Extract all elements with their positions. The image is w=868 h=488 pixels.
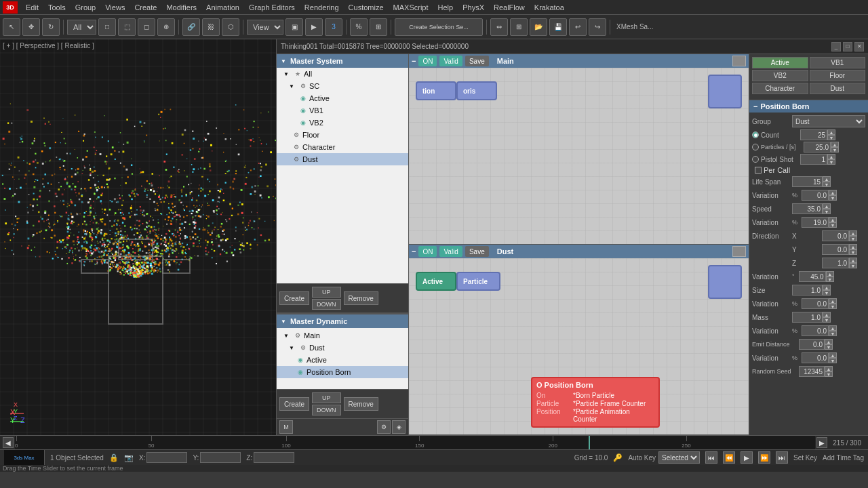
particles-spin-down[interactable]: ▼: [831, 147, 839, 152]
play-last-btn[interactable]: ⏭: [776, 451, 788, 464]
md-down-btn[interactable]: DOWN: [312, 405, 341, 415]
mass-var-input[interactable]: [802, 325, 829, 336]
group-select[interactable]: Dust Main Floor: [792, 115, 865, 127]
minimize-btn[interactable]: _: [831, 42, 841, 52]
dir-var-down[interactable]: ▼: [826, 277, 834, 282]
play-next-btn[interactable]: ⏩: [758, 451, 770, 464]
dir-z-input[interactable]: [822, 258, 849, 268]
main-on-btn[interactable]: ON: [418, 56, 437, 66]
autokey-select[interactable]: Selected: [658, 451, 700, 464]
dir-x-input[interactable]: [822, 230, 849, 241]
pistol-input[interactable]: [800, 154, 827, 165]
dust-particle-node[interactable]: Particle: [456, 272, 500, 291]
menu-realflow[interactable]: RealFlow: [490, 2, 529, 13]
tree-vb1[interactable]: ◉ VB1: [277, 104, 408, 117]
main-valid-btn[interactable]: Valid: [439, 56, 462, 66]
tree-vb2[interactable]: ◉ VB2: [277, 117, 408, 129]
menu-animation[interactable]: Animation: [202, 2, 243, 13]
md-remove-btn[interactable]: Remove: [344, 397, 378, 411]
menu-create[interactable]: Create: [130, 2, 161, 13]
dust-on-btn[interactable]: ON: [418, 246, 437, 257]
tree-md-active[interactable]: ◉ Active: [277, 354, 408, 366]
dir-y-up[interactable]: ▲: [849, 244, 857, 249]
menu-help[interactable]: Help: [434, 2, 458, 13]
menu-views[interactable]: Views: [101, 2, 129, 13]
count-radio[interactable]: [752, 131, 759, 138]
life-span-up[interactable]: ▲: [823, 176, 831, 182]
master-dynamic-header[interactable]: Master Dynamic: [277, 314, 408, 328]
cell-vb1[interactable]: VB1: [810, 57, 866, 68]
life-span-input[interactable]: [792, 176, 823, 187]
seed-down[interactable]: ▼: [825, 371, 833, 377]
dir-var-up[interactable]: ▲: [826, 271, 834, 277]
dust-valid-btn[interactable]: Valid: [439, 246, 462, 257]
close-btn[interactable]: ✕: [854, 42, 864, 52]
size-up[interactable]: ▲: [823, 285, 831, 290]
var-down[interactable]: ▼: [829, 195, 837, 201]
node-tion[interactable]: tion: [416, 81, 456, 100]
emit-down[interactable]: ▼: [825, 344, 833, 350]
particles-radio[interactable]: [752, 144, 759, 150]
select-region-btn[interactable]: ⬚: [118, 18, 136, 36]
node-main-right[interactable]: [708, 75, 742, 108]
speed-input[interactable]: [792, 203, 823, 214]
tree-floor[interactable]: ⚙ Floor: [277, 129, 408, 141]
size-var-down[interactable]: ▼: [829, 304, 837, 309]
z-input[interactable]: [254, 452, 294, 463]
dir-var-input[interactable]: [799, 271, 826, 282]
ms-up-btn[interactable]: UP: [312, 287, 341, 298]
master-system-header[interactable]: Master System: [277, 54, 408, 68]
move-btn[interactable]: ✥: [22, 18, 40, 36]
menu-rendering[interactable]: Rendering: [300, 2, 343, 13]
menu-customize[interactable]: Customize: [344, 2, 388, 13]
per-call-checkbox[interactable]: [755, 167, 762, 174]
select-poly-btn[interactable]: ◻: [138, 18, 155, 36]
cell-active[interactable]: Active: [752, 57, 808, 68]
cell-dust[interactable]: Dust: [810, 83, 866, 94]
dir-z-down[interactable]: ▼: [849, 263, 857, 268]
speed-up[interactable]: ▲: [823, 203, 831, 209]
dir-x-up[interactable]: ▲: [849, 230, 857, 236]
seed-up[interactable]: ▲: [825, 366, 833, 371]
size-input[interactable]: [792, 285, 823, 296]
timeline-next-btn[interactable]: ▶: [816, 437, 827, 448]
create-selection-btn[interactable]: Create Selection Se...: [395, 18, 483, 36]
seed-input[interactable]: [799, 366, 825, 377]
dir-y-down[interactable]: ▼: [849, 249, 857, 255]
menu-graph-editors[interactable]: Graph Editors: [245, 2, 299, 13]
emit-var-input[interactable]: [802, 352, 829, 363]
menu-modifiers[interactable]: Modifiers: [162, 2, 201, 13]
open-btn[interactable]: 📂: [530, 18, 547, 36]
count-input[interactable]: [800, 129, 827, 140]
mass-down[interactable]: ▼: [823, 317, 831, 323]
dust-node-area[interactable]: Active Particle O Position Born On: [409, 258, 749, 434]
x-input[interactable]: [146, 452, 187, 463]
md-up-btn[interactable]: UP: [312, 392, 341, 403]
dust-right-node[interactable]: [708, 265, 742, 299]
render-frame-btn[interactable]: ▣: [285, 18, 303, 36]
main-save-btn[interactable]: Save: [465, 56, 489, 66]
emit-input[interactable]: [799, 339, 825, 350]
align-btn[interactable]: ⊞: [370, 18, 387, 36]
tree-character[interactable]: ⚙ Character: [277, 141, 408, 153]
play-prev-btn[interactable]: ⏪: [723, 451, 735, 464]
mass-var-up[interactable]: ▲: [829, 325, 837, 331]
count-spin-down[interactable]: ▼: [827, 135, 835, 140]
tool-icon2[interactable]: ◈: [392, 420, 406, 434]
size-down[interactable]: ▼: [823, 290, 831, 296]
bind-btn[interactable]: ⬡: [222, 18, 239, 36]
m-btn[interactable]: M: [279, 420, 293, 434]
mirror-btn[interactable]: ⇔: [490, 18, 508, 36]
var-up[interactable]: ▲: [829, 190, 837, 195]
size-var-input[interactable]: [802, 298, 829, 309]
select-object-btn[interactable]: □: [98, 18, 116, 36]
position-born-popup[interactable]: O Position Born On *Born Particle Partic…: [531, 377, 660, 428]
speed-down[interactable]: ▼: [823, 209, 831, 214]
size-var-up[interactable]: ▲: [829, 298, 837, 304]
menu-tools[interactable]: Tools: [44, 2, 70, 13]
unlink-btn[interactable]: ⛓: [202, 18, 220, 36]
rotate-btn[interactable]: ↻: [42, 18, 60, 36]
ms-down-btn[interactable]: DOWN: [312, 299, 341, 310]
link-btn[interactable]: 🔗: [182, 18, 200, 36]
viewport[interactable]: [ + ] [ Perspective ] [ Realistic ] X Y …: [0, 39, 277, 435]
